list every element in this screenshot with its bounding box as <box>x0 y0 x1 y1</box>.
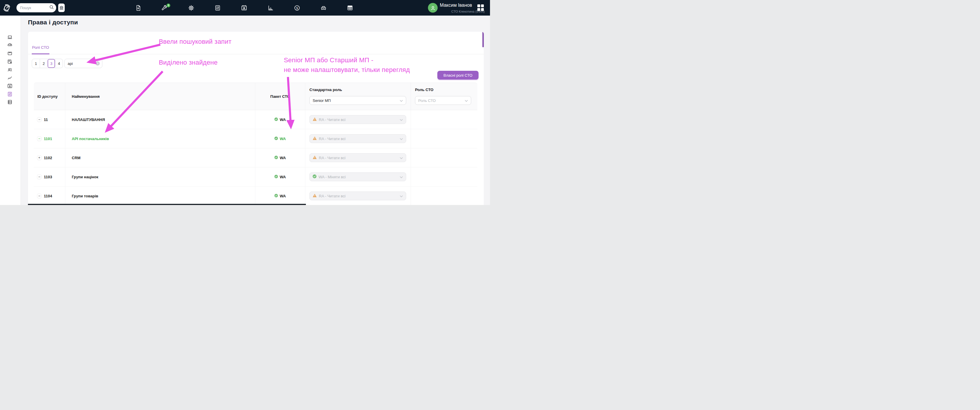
sidebar-item-workstation[interactable] <box>7 35 13 40</box>
header-package: Пакет СТО <box>255 83 305 110</box>
vertical-scrollbar[interactable] <box>482 32 484 47</box>
row-role-value: RA - Читати всі <box>319 156 345 160</box>
row-role-dropdown[interactable]: RA - Читати всі <box>309 115 406 124</box>
page-button-1[interactable]: 1 <box>32 59 40 68</box>
apps-grid-icon[interactable] <box>477 5 484 11</box>
search-icon <box>49 5 54 11</box>
header-sto-role: Роль СТО Роль СТО <box>411 83 477 110</box>
page-button-3[interactable]: 3 <box>47 59 55 68</box>
car-icon[interactable] <box>320 5 327 11</box>
row-expander-button[interactable]: − <box>37 117 41 122</box>
page-button-2[interactable]: 2 <box>40 59 47 68</box>
sto-role-label: Роль СТО <box>415 87 477 92</box>
dollar-icon[interactable]: $ <box>294 5 300 11</box>
table-search: × <box>64 59 102 68</box>
row-package-cell: WA <box>255 187 305 205</box>
bank-button[interactable] <box>58 3 65 12</box>
row-expander-button[interactable]: − <box>37 174 41 179</box>
sidebar-item-clients[interactable] <box>7 67 13 73</box>
wrench-badge: 3 <box>167 3 170 7</box>
navbar-icon-menu: 3 <box>135 0 353 16</box>
role-warning-icon <box>313 155 317 160</box>
clear-search-icon[interactable]: × <box>95 62 100 65</box>
annotation-senior-line1: Senior МП або Старший МП - <box>284 56 373 64</box>
bar-chart-icon[interactable] <box>267 5 274 11</box>
sto-role-select[interactable]: Роль СТО <box>415 96 471 105</box>
table-icon[interactable] <box>347 5 353 11</box>
table-row: + 1102 CRM WA RA - Читати всі <box>34 148 477 168</box>
permissions-table: ID доступу Найменування Пакет СТО Станда… <box>34 82 477 205</box>
row-sto-role-cell <box>411 148 477 167</box>
row-package: WA <box>280 156 286 160</box>
row-id: 1102 <box>44 156 52 160</box>
annotation-typed-query: Ввели пошуковий запит <box>159 37 231 46</box>
chevron-down-icon <box>400 156 403 160</box>
chevron-down-icon <box>400 117 403 122</box>
user-avatar[interactable] <box>428 3 438 13</box>
row-role-dropdown[interactable]: RA - Читати всі <box>309 134 406 143</box>
user-name[interactable]: Максим Іванов <box>440 3 472 8</box>
table-search-input[interactable] <box>68 62 95 66</box>
equalizer-icon[interactable] <box>215 5 221 11</box>
role-warning-icon <box>313 117 317 122</box>
header-name: Найменування <box>65 83 255 110</box>
sidebar-item-client-card[interactable] <box>7 59 13 64</box>
sidebar-item-analytics[interactable] <box>7 75 13 81</box>
role-ok-icon <box>313 174 317 179</box>
row-role-value: RA - Читати всі <box>319 136 345 141</box>
standard-role-select[interactable]: Senior МП <box>309 96 406 105</box>
row-sto-role-cell <box>411 110 477 129</box>
row-id: 1101 <box>44 136 52 141</box>
row-package: WA <box>280 117 286 122</box>
row-role-value: WA - Міняти всі <box>318 175 345 179</box>
row-sto-role-cell <box>411 168 477 186</box>
row-package: WA <box>280 175 286 179</box>
sidebar-item-storage[interactable] <box>7 99 13 105</box>
own-roles-button[interactable]: Власні ролі СТО <box>438 71 479 79</box>
table-header: ID доступу Найменування Пакет СТО Станда… <box>34 82 477 110</box>
check-circle-icon <box>274 193 278 198</box>
app-logo-icon[interactable] <box>3 4 11 12</box>
check-circle-icon <box>274 155 278 160</box>
gear-icon[interactable] <box>188 5 194 11</box>
table-body: − 11 НАЛАШТУВАННЯ WA RA - Читати всі <box>34 110 477 205</box>
row-sto-role-cell <box>411 129 477 148</box>
row-id-cell: − 1101 <box>34 129 65 148</box>
row-role-dropdown[interactable]: RA - Читати всі <box>309 153 406 162</box>
sidebar-item-inbox[interactable] <box>7 51 13 56</box>
page-button-4[interactable]: 4 <box>55 59 63 68</box>
sidebar-item-permissions[interactable] <box>7 91 13 97</box>
check-circle-icon <box>274 174 278 179</box>
left-sidebar <box>0 16 21 205</box>
check-circle-icon <box>274 136 278 141</box>
global-search-input[interactable] <box>20 6 49 10</box>
row-role-dropdown[interactable]: WA - Міняти всі <box>309 173 406 181</box>
row-role-dropdown[interactable]: RA - Читати всі <box>309 192 406 200</box>
chevron-down-icon <box>400 136 403 141</box>
sidebar-item-dashboard[interactable] <box>7 42 13 48</box>
document-add-icon[interactable] <box>135 5 142 11</box>
tab-roles-sto[interactable]: Ролі СТО <box>32 45 49 54</box>
row-id: 1104 <box>44 194 52 198</box>
row-id-cell: − 1104 <box>34 187 65 205</box>
sto-role-placeholder: Роль СТО <box>418 98 436 103</box>
row-expander-button[interactable]: + <box>37 155 41 160</box>
standard-role-label: Стандартна роль <box>309 87 410 92</box>
row-id-cell: − 11 <box>34 110 65 129</box>
row-package-cell: WA <box>255 168 305 186</box>
check-circle-icon <box>274 117 278 122</box>
annotation-senior-role: Senior МП або Старший МП - не може налаш… <box>284 55 410 74</box>
row-expander-button[interactable]: − <box>37 136 41 141</box>
sidebar-item-calendar[interactable] <box>7 83 13 89</box>
row-package-cell: WA <box>255 110 305 129</box>
role-warning-icon <box>313 136 317 141</box>
row-id: 1103 <box>44 175 52 179</box>
table-row: − 1104 Групи товарів WA RA - Читати всі <box>34 187 477 205</box>
row-expander-button[interactable]: − <box>37 193 41 198</box>
calendar-person-icon[interactable] <box>241 5 247 11</box>
page-title: Права і доступи <box>28 19 78 26</box>
tabs-row: Ролі СТО <box>28 32 484 54</box>
wrench-icon[interactable]: 3 <box>161 5 168 11</box>
app-root: 3 <box>0 0 490 205</box>
row-package: WA <box>280 194 286 198</box>
